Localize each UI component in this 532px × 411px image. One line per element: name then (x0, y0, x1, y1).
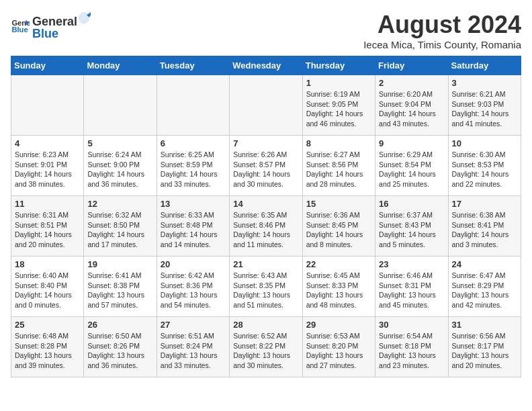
cell-content: Sunrise: 6:51 AMSunset: 8:24 PMDaylight:… (161, 331, 226, 371)
cell-content: Sunrise: 6:27 AMSunset: 8:56 PMDaylight:… (306, 150, 371, 189)
cell-content: Sunrise: 6:35 AMSunset: 8:46 PMDaylight:… (233, 210, 298, 250)
calendar-cell (157, 75, 229, 136)
col-header-saturday: Saturday (448, 56, 521, 75)
calendar-cell: 12Sunrise: 6:32 AMSunset: 8:50 PMDayligh… (84, 196, 157, 257)
cell-content: Sunrise: 6:43 AMSunset: 8:35 PMDaylight:… (233, 271, 298, 310)
day-number: 24 (452, 259, 517, 269)
day-number: 10 (452, 138, 517, 148)
calendar-header-row: SundayMondayTuesdayWednesdayThursdayFrid… (11, 56, 521, 75)
day-number: 9 (379, 138, 444, 148)
calendar-cell: 20Sunrise: 6:42 AMSunset: 8:36 PMDayligh… (157, 257, 229, 317)
day-number: 23 (379, 259, 444, 269)
calendar-cell: 14Sunrise: 6:35 AMSunset: 8:46 PMDayligh… (230, 196, 302, 257)
calendar-cell: 25Sunrise: 6:48 AMSunset: 8:28 PMDayligh… (11, 317, 84, 377)
cell-content: Sunrise: 6:37 AMSunset: 8:43 PMDaylight:… (379, 210, 444, 250)
calendar-cell: 21Sunrise: 6:43 AMSunset: 8:35 PMDayligh… (230, 257, 302, 317)
calendar-cell: 6Sunrise: 6:25 AMSunset: 8:59 PMDaylight… (157, 136, 229, 196)
logo-blue: Blue (32, 28, 91, 40)
cell-content: Sunrise: 6:54 AMSunset: 8:18 PMDaylight:… (379, 331, 444, 371)
calendar-cell: 18Sunrise: 6:40 AMSunset: 8:40 PMDayligh… (11, 257, 84, 317)
calendar-cell: 5Sunrise: 6:24 AMSunset: 9:00 PMDaylight… (84, 136, 157, 196)
day-number: 8 (306, 138, 371, 148)
cell-content: Sunrise: 6:47 AMSunset: 8:29 PMDaylight:… (452, 271, 517, 310)
day-number: 4 (15, 138, 80, 148)
cell-content: Sunrise: 6:30 AMSunset: 8:53 PMDaylight:… (452, 150, 517, 189)
calendar-cell: 26Sunrise: 6:50 AMSunset: 8:26 PMDayligh… (84, 317, 157, 377)
calendar-cell: 31Sunrise: 6:56 AMSunset: 8:17 PMDayligh… (448, 317, 521, 377)
main-title: August 2024 (363, 11, 521, 39)
day-number: 16 (379, 199, 444, 209)
cell-content: Sunrise: 6:19 AMSunset: 9:05 PMDaylight:… (306, 89, 371, 129)
day-number: 6 (161, 138, 226, 148)
day-number: 12 (87, 199, 152, 209)
cell-content: Sunrise: 6:56 AMSunset: 8:17 PMDaylight:… (452, 331, 517, 371)
day-number: 27 (161, 320, 226, 330)
calendar-cell: 3Sunrise: 6:21 AMSunset: 9:03 PMDaylight… (448, 75, 521, 136)
day-number: 25 (15, 320, 80, 330)
cell-content: Sunrise: 6:45 AMSunset: 8:33 PMDaylight:… (306, 271, 371, 310)
logo-general: General (32, 15, 77, 28)
day-number: 22 (306, 259, 371, 269)
calendar-cell: 16Sunrise: 6:37 AMSunset: 8:43 PMDayligh… (375, 196, 448, 257)
calendar-cell: 8Sunrise: 6:27 AMSunset: 8:56 PMDaylight… (302, 136, 375, 196)
cell-content: Sunrise: 6:46 AMSunset: 8:31 PMDaylight:… (379, 271, 444, 310)
calendar-cell: 22Sunrise: 6:45 AMSunset: 8:33 PMDayligh… (302, 257, 375, 317)
day-number: 15 (306, 199, 371, 209)
title-area: August 2024 Iecea Mica, Timis County, Ro… (363, 11, 521, 50)
day-number: 11 (15, 199, 80, 209)
cell-content: Sunrise: 6:53 AMSunset: 8:20 PMDaylight:… (306, 331, 371, 371)
day-number: 21 (233, 259, 298, 269)
calendar-cell: 13Sunrise: 6:33 AMSunset: 8:48 PMDayligh… (157, 196, 229, 257)
header: General Blue General Blue August 2024 Ie… (11, 11, 521, 50)
calendar-cell: 15Sunrise: 6:36 AMSunset: 8:45 PMDayligh… (302, 196, 375, 257)
calendar-cell: 4Sunrise: 6:23 AMSunset: 9:01 PMDaylight… (11, 136, 84, 196)
cell-content: Sunrise: 6:26 AMSunset: 8:57 PMDaylight:… (233, 150, 298, 189)
cell-content: Sunrise: 6:31 AMSunset: 8:51 PMDaylight:… (15, 210, 80, 250)
calendar-table: SundayMondayTuesdayWednesdayThursdayFrid… (11, 56, 521, 377)
day-number: 13 (161, 199, 226, 209)
calendar-cell: 10Sunrise: 6:30 AMSunset: 8:53 PMDayligh… (448, 136, 521, 196)
day-number: 30 (379, 320, 444, 330)
day-number: 29 (306, 320, 371, 330)
cell-content: Sunrise: 6:25 AMSunset: 8:59 PMDaylight:… (161, 150, 226, 189)
cell-content: Sunrise: 6:32 AMSunset: 8:50 PMDaylight:… (87, 210, 152, 250)
day-number: 20 (161, 259, 226, 269)
calendar-cell (230, 75, 302, 136)
col-header-thursday: Thursday (302, 56, 375, 75)
calendar-week-row: 18Sunrise: 6:40 AMSunset: 8:40 PMDayligh… (11, 257, 521, 317)
day-number: 5 (87, 138, 152, 148)
day-number: 28 (233, 320, 298, 330)
calendar-cell: 17Sunrise: 6:38 AMSunset: 8:41 PMDayligh… (448, 196, 521, 257)
calendar-week-row: 4Sunrise: 6:23 AMSunset: 9:01 PMDaylight… (11, 136, 521, 196)
cell-content: Sunrise: 6:48 AMSunset: 8:28 PMDaylight:… (15, 331, 80, 371)
calendar-cell: 30Sunrise: 6:54 AMSunset: 8:18 PMDayligh… (375, 317, 448, 377)
calendar-cell: 23Sunrise: 6:46 AMSunset: 8:31 PMDayligh… (375, 257, 448, 317)
calendar-cell: 9Sunrise: 6:29 AMSunset: 8:54 PMDaylight… (375, 136, 448, 196)
col-header-friday: Friday (375, 56, 448, 75)
calendar-cell (11, 75, 84, 136)
calendar-cell: 28Sunrise: 6:52 AMSunset: 8:22 PMDayligh… (230, 317, 302, 377)
calendar-week-row: 25Sunrise: 6:48 AMSunset: 8:28 PMDayligh… (11, 317, 521, 377)
cell-content: Sunrise: 6:29 AMSunset: 8:54 PMDaylight:… (379, 150, 444, 189)
cell-content: Sunrise: 6:24 AMSunset: 9:00 PMDaylight:… (87, 150, 152, 189)
day-number: 17 (452, 199, 517, 209)
day-number: 18 (15, 259, 80, 269)
cell-content: Sunrise: 6:20 AMSunset: 9:04 PMDaylight:… (379, 89, 444, 129)
day-number: 14 (233, 199, 298, 209)
cell-content: Sunrise: 6:23 AMSunset: 9:01 PMDaylight:… (15, 150, 80, 189)
calendar-week-row: 1Sunrise: 6:19 AMSunset: 9:05 PMDaylight… (11, 75, 521, 136)
subtitle: Iecea Mica, Timis County, Romania (363, 39, 521, 50)
calendar-cell: 29Sunrise: 6:53 AMSunset: 8:20 PMDayligh… (302, 317, 375, 377)
cell-content: Sunrise: 6:36 AMSunset: 8:45 PMDaylight:… (306, 210, 371, 250)
calendar-week-row: 11Sunrise: 6:31 AMSunset: 8:51 PMDayligh… (11, 196, 521, 257)
day-number: 26 (87, 320, 152, 330)
logo: General Blue General Blue (11, 11, 91, 40)
cell-content: Sunrise: 6:41 AMSunset: 8:38 PMDaylight:… (87, 271, 152, 310)
calendar-cell: 24Sunrise: 6:47 AMSunset: 8:29 PMDayligh… (448, 257, 521, 317)
calendar-cell: 2Sunrise: 6:20 AMSunset: 9:04 PMDaylight… (375, 75, 448, 136)
svg-text:Blue: Blue (11, 25, 28, 33)
cell-content: Sunrise: 6:38 AMSunset: 8:41 PMDaylight:… (452, 210, 517, 250)
col-header-sunday: Sunday (11, 56, 84, 75)
calendar-cell: 1Sunrise: 6:19 AMSunset: 9:05 PMDaylight… (302, 75, 375, 136)
day-number: 2 (379, 78, 444, 88)
